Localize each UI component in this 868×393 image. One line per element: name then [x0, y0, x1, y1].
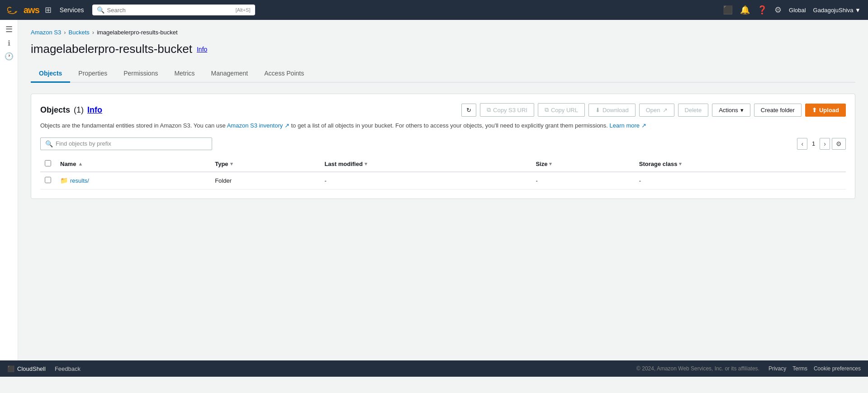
type-sort-icon[interactable]: ▾: [230, 161, 233, 167]
tab-properties[interactable]: Properties: [70, 65, 115, 83]
inventory-link[interactable]: Amazon S3 inventory ↗: [227, 122, 289, 129]
tab-management[interactable]: Management: [203, 65, 256, 83]
col-storage-class: Storage class ▾: [635, 156, 846, 172]
pagination-row: ‹ 1 › ⚙: [797, 138, 846, 150]
breadcrumb-s3[interactable]: Amazon S3: [31, 29, 61, 36]
upload-button[interactable]: ⬆ Upload: [805, 104, 846, 117]
col-size: Size ▾: [531, 156, 634, 172]
privacy-link[interactable]: Privacy: [768, 365, 786, 372]
next-page-button[interactable]: ›: [820, 138, 830, 150]
upload-icon: ⬆: [812, 107, 817, 114]
objects-label: Objects: [40, 105, 70, 115]
page-title: imagelabelerpro-results-bucket: [31, 42, 192, 56]
sidebar-toggle[interactable]: ☰: [5, 24, 13, 34]
settings-icon[interactable]: ⚙: [774, 5, 782, 15]
search-input-wrap[interactable]: 🔍: [40, 137, 212, 150]
description-mid: to get a list of all objects in your buc…: [291, 122, 607, 129]
last-modified-sort-icon[interactable]: ▾: [365, 161, 367, 167]
folder-link[interactable]: 📁 results/: [60, 177, 206, 184]
size-sort-icon[interactable]: ▾: [549, 161, 552, 167]
terminal-icon[interactable]: ⬛: [723, 5, 733, 15]
top-nav-right: ⬛ 🔔 ❓ ⚙ Global GadagojuShiva ▼: [723, 5, 861, 15]
table-header-row: Name ▲ Type ▾: [40, 156, 846, 172]
cookie-link[interactable]: Cookie preferences: [814, 365, 861, 372]
refresh-button[interactable]: ↻: [461, 104, 476, 117]
content-area: ☰ ℹ 🕐 Amazon S3 › Buckets › imagelabeler…: [0, 20, 868, 360]
aws-logo[interactable]: aws: [7, 5, 39, 15]
clock-side-icon[interactable]: 🕐: [5, 52, 14, 61]
breadcrumb: Amazon S3 › Buckets › imagelabelerpro-re…: [31, 29, 855, 36]
download-button[interactable]: ⬇ Download: [588, 104, 636, 117]
search-icon: 🔍: [97, 6, 104, 14]
prefix-search-input[interactable]: [56, 140, 207, 147]
cloud-shell-button[interactable]: ⬛ CloudShell: [7, 365, 46, 372]
folder-icon: 📁: [60, 177, 68, 184]
user-menu[interactable]: GadagojuShiva ▼: [813, 7, 861, 14]
open-icon: ↗: [663, 107, 668, 114]
open-button[interactable]: Open ↗: [639, 104, 674, 117]
services-link[interactable]: Services: [57, 5, 87, 15]
objects-actions: ↻ ⧉ Copy S3 URI ⧉ Copy URL ⬇ Download: [461, 103, 846, 117]
layout: ☰ ℹ 🕐 Amazon S3 › Buckets › imagelabeler…: [0, 20, 868, 377]
copy-url-label: Copy URL: [551, 107, 578, 114]
tab-objects[interactable]: Objects: [31, 65, 70, 83]
feedback-link[interactable]: Feedback: [55, 365, 81, 372]
bottom-bar: ⬛ CloudShell Feedback © 2024, Amazon Web…: [0, 360, 868, 377]
copy-s3-icon: ⧉: [487, 106, 491, 114]
page-title-info-link[interactable]: Info: [197, 46, 207, 53]
row-size: -: [531, 172, 634, 189]
col-type: Type ▾: [210, 156, 320, 172]
grid-icon[interactable]: ⊞: [45, 5, 52, 15]
copy-s3-label: Copy S3 URI: [493, 107, 527, 114]
objects-info-link[interactable]: Info: [87, 105, 102, 115]
cloud-shell-icon: ⬛: [7, 365, 14, 372]
objects-table-body: 📁 results/ Folder - - -: [40, 172, 846, 189]
copy-s3-uri-button[interactable]: ⧉ Copy S3 URI: [480, 103, 534, 117]
learn-more-link[interactable]: Learn more ↗: [610, 122, 646, 129]
delete-button[interactable]: Delete: [678, 104, 709, 117]
region-selector[interactable]: Global: [789, 7, 806, 14]
copyright-text: © 2024, Amazon Web Services, Inc. or its…: [636, 365, 759, 372]
page-title-area: imagelabelerpro-results-bucket Info: [31, 42, 855, 56]
row-checkbox[interactable]: [45, 177, 51, 183]
tab-permissions[interactable]: Permissions: [115, 65, 166, 83]
breadcrumb-sep-1: ›: [64, 29, 66, 36]
storage-class-sort-icon[interactable]: ▾: [679, 161, 682, 167]
tabs: Objects Properties Permissions Metrics M…: [31, 65, 855, 83]
open-label: Open: [646, 107, 660, 114]
row-storage-class: -: [635, 172, 846, 189]
breadcrumb-buckets[interactable]: Buckets: [69, 29, 90, 36]
col-name: Name ▲: [56, 156, 210, 172]
objects-count: (1): [74, 105, 84, 115]
description-text: Objects are the fundamental entities sto…: [40, 122, 226, 129]
table-row: 📁 results/ Folder - - -: [40, 172, 846, 189]
top-navigation: aws ⊞ Services 🔍 [Alt+S] ⬛ 🔔 ❓ ⚙ Global …: [0, 0, 868, 20]
help-icon[interactable]: ❓: [757, 5, 767, 15]
row-name: results/: [70, 177, 89, 184]
info-side-icon[interactable]: ℹ: [8, 39, 10, 47]
footer-links: Privacy Terms Cookie preferences: [768, 365, 861, 372]
tab-metrics[interactable]: Metrics: [166, 65, 203, 83]
description-bar: Objects are the fundamental entities sto…: [40, 121, 846, 130]
name-sort-icon[interactable]: ▲: [78, 161, 83, 166]
actions-label: Actions: [719, 107, 738, 114]
actions-arrow-icon: ▾: [740, 107, 744, 114]
download-label: Download: [602, 107, 629, 114]
page-number: 1: [809, 140, 818, 147]
terms-link[interactable]: Terms: [792, 365, 807, 372]
bell-icon[interactable]: 🔔: [740, 5, 750, 15]
select-all-checkbox[interactable]: [45, 160, 51, 166]
objects-title: Objects (1) Info: [40, 105, 102, 115]
tab-access-points[interactable]: Access Points: [256, 65, 312, 83]
objects-header: Objects (1) Info ↻ ⧉ Copy S3 URI ⧉ Copy …: [40, 103, 846, 117]
prev-page-button[interactable]: ‹: [797, 138, 807, 150]
search-bar[interactable]: 🔍 [Alt+S]: [92, 5, 255, 15]
actions-button[interactable]: Actions ▾: [712, 104, 750, 117]
table-settings-button[interactable]: ⚙: [832, 138, 846, 150]
copy-url-button[interactable]: ⧉ Copy URL: [538, 103, 585, 117]
delete-label: Delete: [685, 107, 702, 114]
breadcrumb-sep-2: ›: [92, 29, 94, 36]
create-folder-button[interactable]: Create folder: [754, 104, 802, 117]
search-input[interactable]: [107, 7, 233, 14]
download-icon: ⬇: [595, 107, 600, 114]
